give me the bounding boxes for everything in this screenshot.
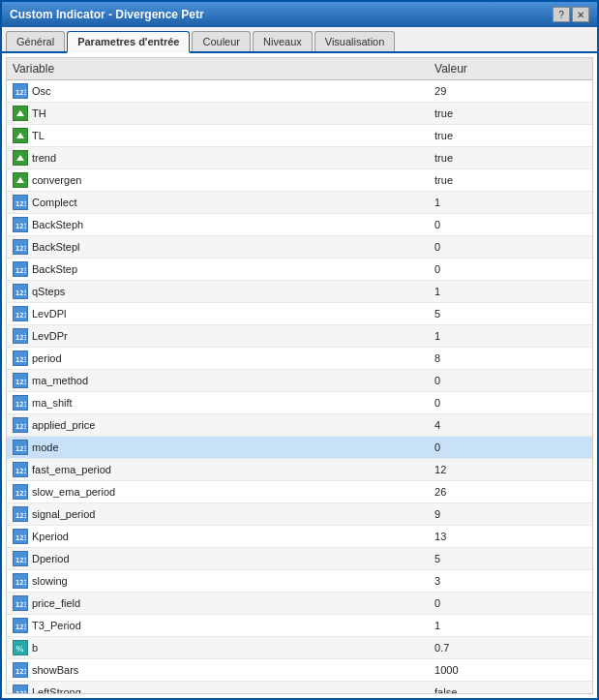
variable-name: BackSteph — [32, 219, 83, 230]
svg-text:123: 123 — [15, 624, 26, 630]
type-icon: 123 — [13, 284, 28, 299]
svg-text:123: 123 — [15, 445, 26, 452]
value-cell: 4 — [429, 414, 592, 437]
svg-marker-2 — [16, 133, 24, 138]
svg-text:123: 123 — [15, 245, 26, 252]
tab-général[interactable]: Général — [6, 31, 65, 51]
variable-name: ma_method — [32, 375, 88, 386]
svg-text:%: % — [15, 644, 24, 653]
table-row[interactable]: 123Osc29 — [7, 80, 592, 103]
tab-visualisation[interactable]: Visualisation — [314, 31, 396, 51]
type-icon: 123 — [13, 395, 28, 411]
table-row[interactable]: 123ma_shift0 — [7, 392, 592, 414]
type-icon: 123 — [13, 551, 28, 566]
main-content: Variable Valeur 123Osc29THtrueTLtruetren… — [2, 53, 597, 698]
table-row[interactable]: convergentrue — [7, 169, 592, 192]
table-row[interactable]: 123slowing3 — [7, 570, 592, 593]
variable-cell: 123ma_method — [7, 370, 429, 392]
table-row[interactable]: 123LevDPl5 — [7, 303, 592, 325]
value-cell: true — [429, 125, 592, 147]
variable-cell: 123qSteps — [7, 281, 429, 303]
svg-text:123: 123 — [15, 200, 26, 207]
variable-name: ma_shift — [32, 397, 73, 409]
type-icon: 123 — [13, 618, 28, 633]
table-row[interactable]: 123BackStep0 — [7, 259, 592, 281]
table-row[interactable]: 123BackStepl0 — [7, 236, 592, 259]
value-cell: 0 — [429, 236, 592, 259]
variable-name: LevDPr — [32, 330, 68, 342]
variable-name: Complect — [32, 197, 76, 208]
type-icon: 123 — [13, 239, 28, 255]
tab-parametresd'entrée[interactable]: Parametres d'entrée — [67, 31, 190, 53]
svg-text:123: 123 — [15, 557, 26, 563]
svg-text:123: 123 — [15, 423, 26, 430]
table-row[interactable]: 123price_field0 — [7, 593, 592, 615]
variable-name: applied_price — [32, 419, 95, 431]
table-row[interactable]: 123slow_ema_period26 — [7, 481, 592, 503]
table-row[interactable]: 123Kperiod13 — [7, 526, 592, 548]
table-row[interactable]: 123applied_price4 — [7, 414, 592, 437]
type-icon: 123 — [13, 685, 28, 694]
variable-name: b — [32, 642, 38, 654]
type-icon: 123 — [13, 506, 28, 522]
table-row[interactable]: 123mode0 — [7, 437, 592, 459]
variable-cell: 123Kperiod — [7, 526, 429, 548]
table-row[interactable]: 123qSteps1 — [7, 281, 592, 303]
variable-cell: 123T3_Period — [7, 615, 429, 637]
value-cell: 13 — [429, 526, 592, 548]
svg-marker-3 — [16, 155, 24, 161]
type-icon: 123 — [13, 595, 28, 611]
variable-cell: 123fast_ema_period — [7, 459, 429, 481]
table-row[interactable]: 123T3_Period1 — [7, 615, 592, 637]
variable-cell: 123LevDPr — [7, 325, 429, 348]
table-row[interactable]: trendtrue — [7, 147, 592, 169]
type-icon: 123 — [13, 529, 28, 544]
svg-text:123: 123 — [15, 490, 26, 497]
tab-niveaux[interactable]: Niveaux — [253, 31, 313, 51]
table-row[interactable]: 123Complect1 — [7, 192, 592, 214]
table-row[interactable]: TLtrue — [7, 125, 592, 147]
table-row[interactable]: 123signal_period9 — [7, 503, 592, 526]
table-header: Variable Valeur — [7, 58, 592, 80]
value-cell: 1 — [429, 281, 592, 303]
table-row[interactable]: 123Dperiod5 — [7, 548, 592, 570]
value-cell: 5 — [429, 548, 592, 570]
svg-text:123: 123 — [15, 512, 26, 519]
close-button[interactable]: ✕ — [572, 7, 589, 22]
svg-text:123: 123 — [15, 89, 26, 96]
type-icon: 123 — [13, 417, 28, 433]
table-row[interactable]: 123LeftStrongfalse — [7, 682, 592, 695]
params-table-container[interactable]: Variable Valeur 123Osc29THtrueTLtruetren… — [6, 57, 593, 694]
svg-text:123: 123 — [15, 601, 26, 608]
variable-name: signal_period — [32, 508, 95, 520]
tab-couleur[interactable]: Couleur — [192, 31, 251, 51]
type-icon: % — [13, 640, 28, 655]
variable-name: T3_Period — [32, 620, 81, 631]
svg-marker-1 — [16, 110, 24, 116]
variable-name: LevDPl — [32, 308, 66, 320]
variable-cell: 123slow_ema_period — [7, 481, 429, 503]
table-row[interactable]: 123ma_method0 — [7, 370, 592, 392]
variable-cell: convergen — [7, 169, 429, 192]
variable-cell: 123mode — [7, 437, 429, 459]
svg-text:123: 123 — [15, 534, 26, 541]
type-icon: 123 — [13, 462, 28, 477]
table-row[interactable]: %b0.7 — [7, 637, 592, 659]
svg-text:123: 123 — [15, 401, 26, 408]
variable-cell: 123BackStepl — [7, 236, 429, 259]
table-row[interactable]: 123period8 — [7, 348, 592, 370]
table-row[interactable]: 123LevDPr1 — [7, 325, 592, 348]
table-row[interactable]: THtrue — [7, 103, 592, 125]
variable-name: trend — [32, 152, 56, 164]
variable-name: showBars — [32, 664, 78, 676]
params-table: Variable Valeur 123Osc29THtrueTLtruetren… — [7, 58, 592, 694]
table-row[interactable]: 123BackSteph0 — [7, 214, 592, 236]
value-cell: true — [429, 147, 592, 169]
variable-name: Osc — [32, 85, 51, 97]
value-cell: 0 — [429, 214, 592, 236]
help-button[interactable]: ? — [553, 7, 570, 22]
value-cell: 0 — [429, 259, 592, 281]
svg-text:123: 123 — [15, 468, 26, 474]
table-row[interactable]: 123fast_ema_period12 — [7, 459, 592, 481]
table-row[interactable]: 123showBars1000 — [7, 659, 592, 682]
